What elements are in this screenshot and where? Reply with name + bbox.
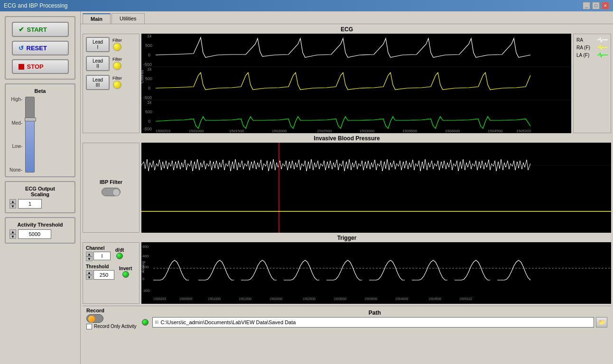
beta-title: Beta xyxy=(9,88,71,94)
record-only-checkbox[interactable] xyxy=(86,324,92,329)
invert-label: Invert xyxy=(119,266,132,271)
activity-value[interactable]: 5000 xyxy=(18,229,51,239)
channel-label: Channel xyxy=(86,246,111,251)
legend-ra: RA xyxy=(576,37,608,43)
threshold-up-btn[interactable]: ▲ xyxy=(86,270,93,275)
filter-ii-indicator[interactable] xyxy=(113,62,121,70)
activity-threshold-title: Activity Threshold xyxy=(9,222,71,228)
filter-ii-label: Filter xyxy=(112,57,122,62)
stop-button[interactable]: STOP xyxy=(12,59,69,74)
filter-iii-label: Filter xyxy=(112,76,122,81)
scaling-up-btn[interactable]: ▲ xyxy=(9,199,16,204)
record-label: Record xyxy=(86,308,104,313)
svg-text:500: 500 xyxy=(145,43,152,48)
activity-spinner[interactable]: ▲ ▼ xyxy=(9,229,16,239)
channel-row: Channel ▲ ▼ I d/dt xyxy=(86,246,136,261)
browse-folder-button[interactable]: 📁 xyxy=(596,317,607,328)
filter-i-label: Filter xyxy=(112,38,122,43)
start-button[interactable]: ✔ START xyxy=(12,22,69,37)
trigger-chart: 600 400 200 0 -200 Analog xyxy=(141,242,611,304)
ecg-scaling-title: ECG OutputScaling xyxy=(9,186,71,197)
window-title: ECG and IBP Processing xyxy=(4,2,68,9)
svg-text:Analog: Analog xyxy=(141,261,145,273)
svg-text:500: 500 xyxy=(145,76,152,81)
svg-text:1500203: 1500203 xyxy=(156,129,171,133)
beta-slider[interactable] xyxy=(25,97,35,173)
legend-la-f-icon xyxy=(597,52,608,58)
svg-text:1503500: 1503500 xyxy=(364,297,377,300)
threshold-value[interactable]: 250 xyxy=(93,270,114,280)
main-controls: ✔ START ↺ RESET STOP xyxy=(5,16,75,80)
lead-i-btn[interactable]: LeadI xyxy=(86,37,110,52)
legend-ra-f-icon xyxy=(597,45,608,50)
svg-text:1k: 1k xyxy=(147,67,152,72)
svg-text:Counts: Counts xyxy=(141,70,144,83)
ecg-section: ECG LeadI Filter LeadII xyxy=(83,26,611,133)
ibp-chart xyxy=(141,143,611,233)
ibp-filter-label: IBP Filter xyxy=(100,179,122,185)
legend-ra-f: RA (F) xyxy=(576,45,608,50)
tab-utilities[interactable]: Utilities xyxy=(111,13,144,24)
scaling-down-btn[interactable]: ▼ xyxy=(9,204,16,209)
ecg-legend: RA RA (F) xyxy=(573,34,611,133)
svg-text:1503500: 1503500 xyxy=(402,129,418,133)
svg-text:1504000: 1504000 xyxy=(445,129,460,133)
svg-text:1502000: 1502000 xyxy=(272,129,287,133)
tab-main[interactable]: Main xyxy=(83,13,111,24)
invert-indicator[interactable] xyxy=(122,271,129,278)
threshold-down-btn[interactable]: ▼ xyxy=(86,275,93,280)
threshold-row: Threshold ▲ ▼ 250 Invert xyxy=(86,264,136,280)
svg-text:1501000: 1501000 xyxy=(189,129,204,133)
activity-down-btn[interactable]: ▼ xyxy=(9,234,16,239)
svg-text:1503000: 1503000 xyxy=(360,129,375,133)
lead-ii-btn[interactable]: LeadII xyxy=(86,56,110,71)
minimize-button[interactable]: _ xyxy=(583,2,590,9)
lead-ii-row: LeadII Filter xyxy=(86,56,136,71)
legend-ra-label: RA xyxy=(576,37,583,43)
path-icon: ⊞ xyxy=(155,319,158,325)
svg-text:1501000: 1501000 xyxy=(208,297,221,300)
beta-labels: High- Med- Low- None- xyxy=(9,97,23,173)
record-toggle[interactable] xyxy=(86,314,103,323)
svg-text:1502500: 1502500 xyxy=(303,297,316,300)
trigger-title: Trigger xyxy=(83,235,611,241)
channel-up-btn[interactable]: ▲ xyxy=(86,252,93,256)
path-section: Path ⊞ C:\Users\ic_admin\Documents\LabVI… xyxy=(142,309,607,328)
activity-up-btn[interactable]: ▲ xyxy=(9,229,16,234)
ibp-controls: IBP Filter xyxy=(83,143,139,233)
reset-button[interactable]: ↺ RESET xyxy=(12,41,69,55)
path-indicator xyxy=(142,319,149,326)
legend-la-f: LA (F) xyxy=(576,52,608,58)
ibp-filter-toggle[interactable] xyxy=(102,188,121,196)
folder-icon: 📁 xyxy=(598,319,605,326)
close-button[interactable]: ✕ xyxy=(602,2,609,9)
svg-text:600: 600 xyxy=(142,245,149,249)
filter-iii-group: Filter xyxy=(112,76,122,89)
channel-value[interactable]: I xyxy=(93,252,111,260)
svg-text:1500203: 1500203 xyxy=(153,297,166,300)
svg-text:-500: -500 xyxy=(143,127,152,131)
lead-iii-btn[interactable]: LeadIII xyxy=(86,75,110,90)
svg-text:1504000: 1504000 xyxy=(395,297,408,300)
svg-text:1504500: 1504500 xyxy=(428,297,441,300)
ecg-chart: 1k 500 0 -500 1k 500 0 -500 1k 500 0 xyxy=(141,34,571,133)
scaling-value[interactable]: 1 xyxy=(18,199,42,209)
tab-bar: Main Utilities xyxy=(81,11,613,24)
activity-threshold-group: Activity Threshold ▲ ▼ 5000 xyxy=(5,217,75,244)
maximize-button[interactable]: □ xyxy=(592,2,600,9)
filter-iii-indicator[interactable] xyxy=(113,81,121,89)
svg-text:400: 400 xyxy=(142,254,149,258)
svg-text:1k: 1k xyxy=(147,100,152,105)
ddt-label: d/dt xyxy=(115,247,124,253)
ddt-indicator[interactable] xyxy=(116,253,123,259)
scaling-spinner[interactable]: ▲ ▼ xyxy=(9,199,16,209)
svg-text:0: 0 xyxy=(148,86,150,91)
filter-i-indicator[interactable] xyxy=(113,43,121,51)
record-only-label: Record Only Activity xyxy=(94,324,136,329)
svg-text:1502500: 1502500 xyxy=(317,129,332,133)
svg-text:-200: -200 xyxy=(142,289,150,293)
channel-down-btn[interactable]: ▼ xyxy=(86,256,93,261)
trigger-section: Trigger Channel ▲ ▼ I xyxy=(83,235,611,304)
ibp-section: Invasive Blood Pressure IBP Filter xyxy=(83,135,611,233)
svg-text:0: 0 xyxy=(148,53,150,57)
